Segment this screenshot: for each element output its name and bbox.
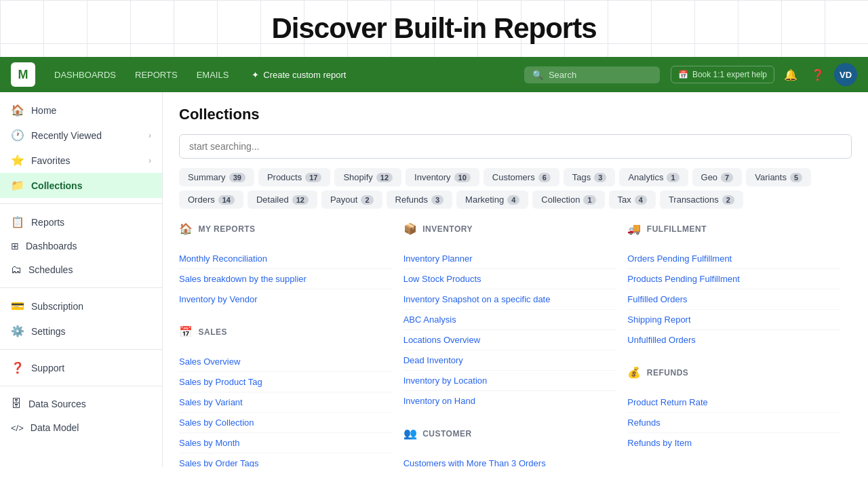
customer-title: CUSTOMER xyxy=(422,429,471,439)
link-customers-more-than-3-orders[interactable]: Customers with More Than 3 Orders xyxy=(403,453,617,467)
link-sales-by-order-tags[interactable]: Sales by Order Tags xyxy=(179,453,393,467)
filter-tab-marketing[interactable]: Marketing 4 xyxy=(456,190,528,209)
sidebar-item-support[interactable]: ❓ Support xyxy=(0,355,162,380)
main-layout: 🏠 Home 🕐 Recently Viewed › ⭐ Favorites ›… xyxy=(0,92,868,467)
filter-tab-tax[interactable]: Tax 4 xyxy=(609,190,656,209)
link-sales-by-variant[interactable]: Sales by Variant xyxy=(179,392,393,413)
filter-tab-detailed[interactable]: Detailed 12 xyxy=(248,190,317,209)
sidebar-item-schedules[interactable]: 🗂 Schedules xyxy=(0,258,162,282)
expert-help-button[interactable]: 📅 Book 1:1 expert help xyxy=(671,66,774,83)
topnav-right-actions: 📅 Book 1:1 expert help 🔔 ❓ VD xyxy=(671,63,857,86)
sidebar-divider-3 xyxy=(0,349,162,350)
sidebar-reports-label: Reports xyxy=(31,217,64,228)
link-unfulfilled-orders[interactable]: Unfulfilled Orders xyxy=(627,330,841,350)
search-icon: 🔍 xyxy=(532,70,543,80)
filter-tab-analytics[interactable]: Analytics 1 xyxy=(619,168,688,186)
sales-icon: 📅 xyxy=(179,325,193,338)
filter-tab-inventory[interactable]: Inventory 10 xyxy=(406,168,479,186)
filter-tab-summary[interactable]: Summary 39 xyxy=(179,168,254,186)
link-locations-overview[interactable]: Locations Overview xyxy=(403,330,617,350)
user-avatar[interactable]: VD xyxy=(834,63,857,86)
link-inventory-snapshot[interactable]: Inventory Snapshot on a specific date xyxy=(403,289,617,310)
section-customer: 👥 CUSTOMER Customers with More Than 3 Or… xyxy=(403,427,628,467)
link-shipping-report[interactable]: Shipping Report xyxy=(627,310,841,330)
filter-tab-payout[interactable]: Payout 2 xyxy=(321,190,382,209)
link-sales-by-month[interactable]: Sales by Month xyxy=(179,433,393,453)
inventory-title: INVENTORY xyxy=(422,224,473,234)
link-refunds-by-item[interactable]: Refunds by Item xyxy=(627,433,841,453)
link-orders-pending-fulfillment[interactable]: Orders Pending Fulfillment xyxy=(627,249,841,269)
page-title: Discover Built-in Reports xyxy=(0,12,868,45)
refunds-title: REFUNDS xyxy=(647,368,689,378)
collections-search-input[interactable] xyxy=(179,134,852,159)
filter-tab-tags[interactable]: Tags 3 xyxy=(564,168,616,186)
link-inventory-by-location[interactable]: Inventory by Location xyxy=(403,371,617,391)
notifications-button[interactable]: 🔔 xyxy=(780,64,802,85)
link-inventory-by-vendor[interactable]: Inventory by Vendor xyxy=(179,289,393,309)
sidebar-item-favorites[interactable]: ⭐ Favorites › xyxy=(0,148,162,173)
filter-tab-variants[interactable]: Variants 5 xyxy=(746,168,811,186)
page-title-area: Discover Built-in Reports xyxy=(0,0,868,57)
link-low-stock-products[interactable]: Low Stock Products xyxy=(403,269,617,289)
link-inventory-on-hand[interactable]: Inventory on Hand xyxy=(403,391,617,411)
link-sales-overview[interactable]: Sales Overview xyxy=(179,352,393,372)
nav-links: DASHBOARDS REPORTS EMAILS xyxy=(46,66,237,84)
sidebar-item-collections[interactable]: 📁 Collections xyxy=(0,173,162,198)
subscription-icon: 💳 xyxy=(11,300,24,312)
link-product-return-rate[interactable]: Product Return Rate xyxy=(627,392,841,413)
create-custom-report-button[interactable]: ✦ Create custom report xyxy=(242,66,355,84)
folder-icon: 📁 xyxy=(11,179,24,192)
filter-tab-transactions[interactable]: Transactions 2 xyxy=(660,190,743,209)
section-sales: 📅 SALES Sales Overview Sales by Product … xyxy=(179,325,403,467)
sidebar-divider-4 xyxy=(0,386,162,386)
calendar-icon: 📅 xyxy=(678,70,688,79)
chevron-right-icon: › xyxy=(149,131,151,140)
link-products-pending-fulfillment[interactable]: Products Pending Fulfillment xyxy=(627,269,841,289)
my-reports-title: MY REPORTS xyxy=(199,224,256,234)
sidebar-item-data-sources[interactable]: 🗄 Data Sources xyxy=(0,392,162,416)
sidebar-divider-1 xyxy=(0,203,162,204)
sidebar-favorites-label: Favorites xyxy=(31,155,71,166)
nav-dashboards[interactable]: DASHBOARDS xyxy=(46,66,124,84)
filter-tab-refunds[interactable]: Refunds 3 xyxy=(387,190,453,209)
sidebar-item-home[interactable]: 🏠 Home xyxy=(0,98,162,123)
sidebar-item-data-model[interactable]: </> Data Model xyxy=(0,416,162,439)
filter-tab-products[interactable]: Products 17 xyxy=(258,168,331,186)
link-sales-by-product-tag[interactable]: Sales by Product Tag xyxy=(179,372,393,392)
nav-emails[interactable]: EMAILS xyxy=(189,66,237,84)
filter-tab-collection[interactable]: Collection 1 xyxy=(532,190,604,209)
filter-tab-geo[interactable]: Geo 7 xyxy=(692,168,743,186)
clock-icon: 🕐 xyxy=(11,129,24,142)
sidebar-item-subscription[interactable]: 💳 Subscription xyxy=(0,293,162,319)
logo[interactable]: M xyxy=(11,62,35,87)
sidebar-item-settings[interactable]: ⚙️ Settings xyxy=(0,319,162,344)
link-monthly-reconciliation[interactable]: Monthly Reconciliation xyxy=(179,249,393,269)
sidebar: 🏠 Home 🕐 Recently Viewed › ⭐ Favorites ›… xyxy=(0,92,163,467)
column-1: 🏠 MY REPORTS Monthly Reconciliation Sale… xyxy=(179,222,403,467)
link-inventory-planner[interactable]: Inventory Planner xyxy=(403,249,617,269)
filter-tab-shopify[interactable]: Shopify 12 xyxy=(334,168,401,186)
sidebar-item-reports[interactable]: 📋 Reports xyxy=(0,209,162,235)
filter-tab-orders[interactable]: Orders 14 xyxy=(179,190,243,209)
refunds-icon: 💰 xyxy=(627,366,642,379)
sales-title: SALES xyxy=(199,327,228,337)
chevron-right-icon: › xyxy=(149,156,151,165)
link-dead-inventory[interactable]: Dead Inventory xyxy=(403,350,617,371)
link-sales-breakdown-supplier[interactable]: Sales breakdown by the supplier xyxy=(179,269,393,289)
support-icon: ❓ xyxy=(11,361,24,374)
schedule-icon: 🗂 xyxy=(11,264,22,276)
nav-reports[interactable]: REPORTS xyxy=(127,66,186,84)
help-button[interactable]: ❓ xyxy=(807,64,829,85)
sidebar-item-recently-viewed[interactable]: 🕐 Recently Viewed › xyxy=(0,123,162,148)
search-bar[interactable]: 🔍 Search xyxy=(524,66,660,83)
fulfillment-icon: 🚚 xyxy=(627,222,642,235)
link-abc-analysis[interactable]: ABC Analysis xyxy=(403,310,617,330)
reports-grid: 🏠 MY REPORTS Monthly Reconciliation Sale… xyxy=(179,222,852,467)
filter-tab-customers[interactable]: Customers 6 xyxy=(484,168,559,186)
link-refunds[interactable]: Refunds xyxy=(627,413,841,433)
column-2: 📦 INVENTORY Inventory Planner Low Stock … xyxy=(403,222,628,467)
link-fulfilled-orders[interactable]: Fulfilled Orders xyxy=(627,289,841,310)
sidebar-settings-label: Settings xyxy=(31,326,66,337)
sidebar-item-dashboards[interactable]: ⊞ Dashboards xyxy=(0,235,162,258)
link-sales-by-collection[interactable]: Sales by Collection xyxy=(179,413,393,433)
